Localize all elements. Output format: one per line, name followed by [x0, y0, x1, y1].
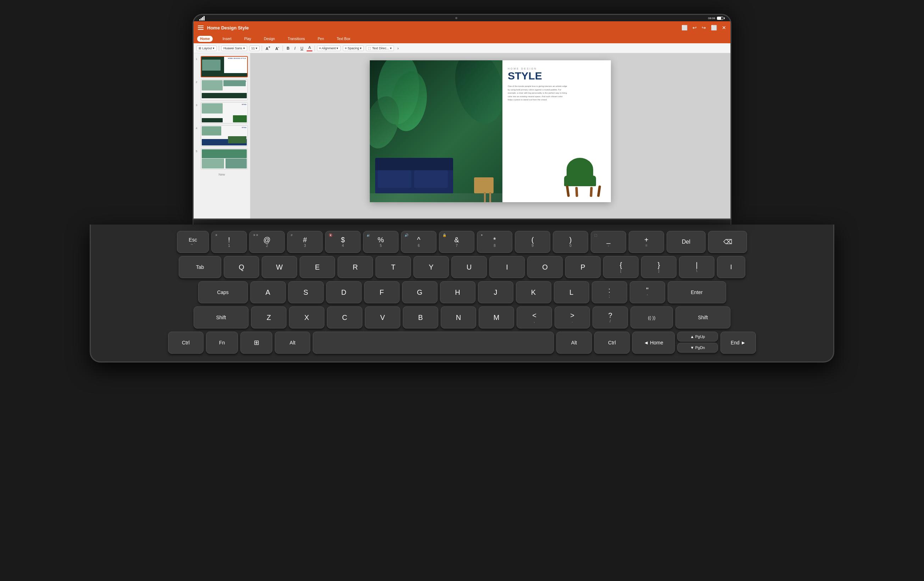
slide-preview-1[interactable]: HOME DESIGN STYLE — [201, 56, 248, 77]
font-name-btn[interactable]: Huawei Sans ▾ — [221, 45, 247, 51]
undo-btn[interactable]: ↩ — [693, 25, 697, 30]
key-4[interactable]: 🔇 $ 4 — [325, 231, 361, 253]
bold-btn[interactable]: B — [285, 45, 291, 51]
key-del[interactable]: Del — [667, 231, 706, 253]
underline-btn[interactable]: U — [299, 45, 305, 51]
key-1[interactable]: ☀ ! 1 — [211, 231, 247, 253]
text-direction-btn[interactable]: ⬚ Text Direc... ▾ — [366, 45, 394, 51]
key-space[interactable] — [313, 332, 554, 354]
key-wireless[interactable]: ((·)) — [630, 307, 673, 328]
text-decrease-btn[interactable]: A- — [274, 45, 280, 51]
key-6[interactable]: 🔊 ^ 6 — [401, 231, 436, 253]
key-pgdn[interactable]: ▼ PgDn — [677, 343, 718, 353]
key-enter[interactable]: Enter — [668, 281, 726, 303]
key-g[interactable]: G — [402, 281, 437, 303]
close-btn[interactable]: ✕ — [722, 25, 726, 30]
key-q[interactable]: Q — [224, 256, 259, 278]
key-plus[interactable]: + = — [629, 231, 664, 253]
key-t[interactable]: T — [376, 256, 411, 278]
key-5[interactable]: 🔉 % 5 — [363, 231, 399, 253]
key-alt-right[interactable]: Alt — [556, 332, 592, 354]
key-quote[interactable]: " ' — [630, 281, 665, 303]
slide-preview-2[interactable]: SIMPLICITY — [201, 79, 248, 101]
tab-textbox[interactable]: Text Box — [334, 36, 353, 42]
slide-canvas[interactable]: HOME DESIGN STYLE One of the trends peop… — [370, 60, 611, 202]
key-alt-left[interactable]: Alt — [275, 332, 310, 354]
key-e[interactable]: E — [300, 256, 335, 278]
tab-transitions[interactable]: Transitions — [285, 36, 308, 42]
key-shift-right[interactable]: Shift — [675, 307, 730, 328]
key-tab[interactable]: Tab — [179, 256, 221, 278]
key-d[interactable]: D — [326, 281, 362, 303]
text-increase-btn[interactable]: A+ — [264, 45, 272, 51]
key-k[interactable]: K — [516, 281, 551, 303]
key-2[interactable]: ☀☀ @ 2 — [249, 231, 285, 253]
key-gt[interactable]: > . — [554, 307, 590, 328]
key-c[interactable]: C — [327, 307, 362, 328]
key-y[interactable]: Y — [413, 256, 449, 278]
slide-thumb-4[interactable]: 4 STYLE — [196, 125, 248, 147]
fullscreen-btn[interactable]: ⬜ — [711, 25, 717, 30]
key-p[interactable]: P — [565, 256, 601, 278]
key-z[interactable]: Z — [251, 307, 287, 328]
key-9[interactable]: ( 9 — [515, 231, 550, 253]
slide-preview-4[interactable]: STYLE — [201, 125, 248, 147]
key-ctrl-right[interactable]: Ctrl — [594, 332, 630, 354]
key-minus[interactable]: ⬚ _ - — [591, 231, 626, 253]
layout-btn[interactable]: ⊞ Layout ▾ — [196, 45, 217, 51]
slide-thumb-5[interactable]: 5 — [196, 148, 248, 170]
document-btn[interactable]: ⬜ — [681, 25, 688, 30]
tab-insert[interactable]: Insert — [220, 36, 234, 42]
key-shift-left[interactable]: Shift — [194, 307, 249, 328]
font-color-btn[interactable]: A — [307, 45, 312, 51]
key-lt[interactable]: < , — [516, 307, 552, 328]
key-end[interactable]: End ► — [721, 332, 756, 354]
key-s[interactable]: S — [288, 281, 324, 303]
slide-preview-3[interactable]: STYLE — [201, 102, 248, 124]
key-7[interactable]: 🔒 & 7 — [439, 231, 474, 253]
key-w[interactable]: W — [262, 256, 297, 278]
key-8[interactable]: ✦ * 8 — [477, 231, 512, 253]
key-pipe[interactable]: | \ — [679, 256, 714, 278]
key-home[interactable]: ◄ Home — [632, 332, 675, 354]
italic-btn[interactable]: I — [293, 45, 297, 51]
tab-home[interactable]: Home — [197, 36, 213, 42]
slide-thumb-1[interactable]: 1 HOME DESIGN STYLE — [196, 56, 248, 77]
tab-pen[interactable]: Pen — [315, 36, 327, 42]
key-fn[interactable]: Fn — [206, 332, 238, 354]
key-j[interactable]: J — [478, 281, 513, 303]
key-f[interactable]: F — [364, 281, 399, 303]
key-m[interactable]: M — [478, 307, 514, 328]
key-0[interactable]: ) 0 — [553, 231, 588, 253]
key-I-right[interactable]: I — [717, 256, 745, 278]
more-btn[interactable]: › — [396, 45, 400, 51]
slide-preview-5[interactable] — [201, 148, 248, 170]
redo-btn[interactable]: ↪ — [702, 25, 706, 30]
key-a[interactable]: A — [250, 281, 286, 303]
key-brace-open[interactable]: { [ — [603, 256, 639, 278]
slide-thumb-2[interactable]: 2 SIMPLICITY — [196, 79, 248, 101]
tab-play[interactable]: Play — [241, 36, 254, 42]
key-grid[interactable]: ⊞ — [240, 332, 272, 354]
key-i[interactable]: I — [489, 256, 525, 278]
key-v[interactable]: V — [365, 307, 400, 328]
key-brace-close[interactable]: } ] — [641, 256, 676, 278]
tab-design[interactable]: Design — [261, 36, 278, 42]
key-ctrl-left[interactable]: Ctrl — [168, 332, 203, 354]
menu-icon[interactable] — [198, 26, 203, 30]
key-b[interactable]: B — [403, 307, 438, 328]
key-backspace[interactable]: ⌫ — [708, 231, 747, 253]
key-3[interactable]: # # 3 — [287, 231, 323, 253]
key-h[interactable]: H — [440, 281, 475, 303]
font-size-btn[interactable]: 11 ▾ — [249, 45, 260, 51]
key-pgup[interactable]: ▲ PgUp — [677, 332, 718, 342]
spacing-btn[interactable]: ≡ Spacing ▾ — [343, 45, 364, 51]
alignment-btn[interactable]: ≡ Alignment ▾ — [317, 45, 341, 51]
key-r[interactable]: R — [338, 256, 373, 278]
key-esc[interactable]: Esc ~ ` — [177, 231, 209, 253]
key-u[interactable]: U — [451, 256, 487, 278]
key-x[interactable]: X — [289, 307, 324, 328]
key-question[interactable]: ? / — [592, 307, 628, 328]
key-n[interactable]: N — [441, 307, 476, 328]
key-caps[interactable]: Caps — [198, 281, 248, 303]
